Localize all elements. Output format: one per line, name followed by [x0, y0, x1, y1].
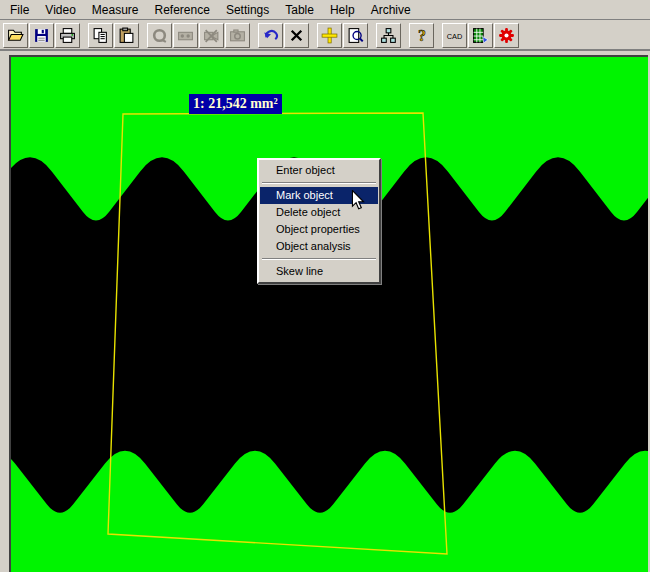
delete-x-icon	[288, 27, 305, 44]
context-menu: Enter object Mark object Delete object O…	[257, 158, 381, 284]
undo-button[interactable]	[258, 23, 283, 48]
canvas-frame	[0, 50, 650, 572]
paste-clipboard-icon	[118, 27, 135, 44]
excel-export-button[interactable]	[468, 23, 493, 48]
video-camera-off-icon	[203, 27, 220, 44]
save-floppy-icon	[33, 27, 50, 44]
menubar-item-table[interactable]: Table	[277, 1, 322, 19]
gear-icon	[498, 27, 515, 44]
crosshair-icon	[321, 27, 338, 44]
menubar-item-measure[interactable]: Measure	[84, 1, 147, 19]
live-video-icon	[151, 27, 168, 44]
printer-icon	[59, 27, 76, 44]
preview-button[interactable]	[343, 23, 368, 48]
paste-button[interactable]	[114, 23, 139, 48]
toolbar-separator	[369, 23, 376, 48]
cad-export-button[interactable]: CAD	[442, 23, 467, 48]
open-folder-icon	[7, 27, 24, 44]
cad-icon: CAD	[445, 27, 464, 44]
toolbar-separator	[140, 23, 147, 48]
copy-icon	[92, 27, 109, 44]
frame-grabber-button[interactable]	[173, 23, 198, 48]
toolbar-separator	[310, 23, 317, 48]
menubar-item-settings[interactable]: Settings	[218, 1, 277, 19]
live-video-button[interactable]	[147, 23, 172, 48]
snapshot-button[interactable]	[225, 23, 250, 48]
delete-button[interactable]	[284, 23, 309, 48]
toolbar: ? CAD	[0, 21, 650, 50]
menu-separator	[261, 255, 377, 263]
crosshair-button[interactable]	[317, 23, 342, 48]
video-image	[9, 55, 648, 572]
menu-item-enter-object[interactable]: Enter object	[260, 162, 378, 179]
copy-button[interactable]	[88, 23, 113, 48]
undo-arrow-icon	[262, 27, 279, 44]
toolbar-separator	[435, 23, 442, 48]
frame-grabber-icon	[177, 27, 194, 44]
menubar-item-video[interactable]: Video	[37, 1, 83, 19]
menu-item-mark-object[interactable]: Mark object	[260, 187, 378, 204]
menubar-item-archive[interactable]: Archive	[363, 1, 419, 19]
menubar-item-reference[interactable]: Reference	[147, 1, 218, 19]
menu-item-object-analysis[interactable]: Object analysis	[260, 238, 378, 255]
menu-item-skew-line[interactable]: Skew line	[260, 263, 378, 280]
application-window: File Video Measure Reference Settings Ta…	[0, 0, 650, 572]
toolbar-separator	[402, 23, 409, 48]
measure-tree-icon	[380, 27, 397, 44]
menu-item-delete-object[interactable]: Delete object	[260, 204, 378, 221]
svg-text:?: ?	[418, 27, 426, 44]
toolbar-separator	[81, 23, 88, 48]
page-magnifier-icon	[347, 27, 364, 44]
menu-item-object-properties[interactable]: Object properties	[260, 221, 378, 238]
video-camera-button[interactable]	[199, 23, 224, 48]
measurement-label: 1: 21,542 mm²	[189, 94, 282, 114]
excel-export-icon	[472, 27, 489, 44]
toolbar-separator	[251, 23, 258, 48]
canvas-viewport[interactable]	[9, 55, 648, 572]
snapshot-camera-icon	[229, 27, 246, 44]
svg-text:CAD: CAD	[447, 31, 463, 40]
menu-separator	[261, 179, 377, 187]
menubar-item-help[interactable]: Help	[322, 1, 363, 19]
open-button[interactable]	[3, 23, 28, 48]
menubar: File Video Measure Reference Settings Ta…	[0, 0, 650, 20]
settings-button[interactable]	[494, 23, 519, 48]
help-button[interactable]: ?	[409, 23, 434, 48]
menubar-item-file[interactable]: File	[2, 1, 37, 19]
help-icon: ?	[413, 27, 430, 44]
save-button[interactable]	[29, 23, 54, 48]
print-button[interactable]	[55, 23, 80, 48]
measure-tree-button[interactable]	[376, 23, 401, 48]
